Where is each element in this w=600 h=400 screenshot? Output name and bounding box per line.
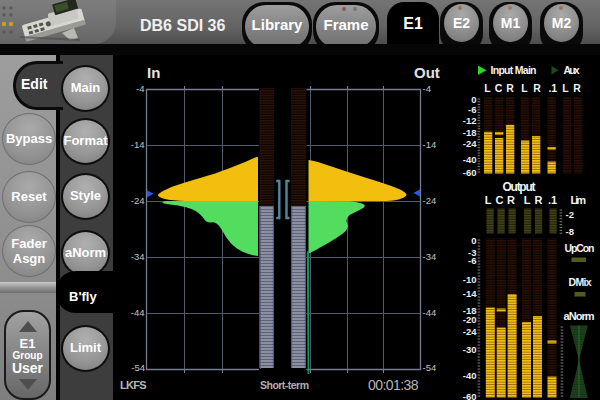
svg-text:R: R bbox=[573, 82, 581, 94]
svg-text:-18: -18 bbox=[463, 127, 477, 138]
svg-text:R: R bbox=[506, 82, 514, 94]
svg-text:-8: -8 bbox=[566, 226, 574, 237]
svg-text:-60: -60 bbox=[463, 391, 477, 400]
svg-text:C: C bbox=[495, 82, 503, 94]
svg-text:.1: .1 bbox=[548, 194, 557, 206]
svg-text:LKFS: LKFS bbox=[120, 379, 147, 391]
svg-text:-4: -4 bbox=[136, 83, 144, 94]
svg-text:-6: -6 bbox=[468, 255, 476, 266]
svg-text:-4: -4 bbox=[423, 83, 431, 94]
svg-text:-34: -34 bbox=[423, 251, 437, 262]
svg-text:Out: Out bbox=[414, 64, 440, 81]
svg-text:-54: -54 bbox=[423, 362, 437, 373]
svg-text:L: L bbox=[524, 194, 531, 206]
svg-text:L: L bbox=[485, 194, 492, 206]
svg-text:-44: -44 bbox=[423, 307, 437, 318]
svg-text:-24: -24 bbox=[423, 195, 437, 206]
svg-text:R: R bbox=[533, 82, 541, 94]
svg-text:In: In bbox=[147, 64, 160, 81]
svg-text:-24: -24 bbox=[131, 195, 145, 206]
svg-text:-24: -24 bbox=[463, 326, 477, 337]
svg-text:-6: -6 bbox=[468, 104, 476, 115]
svg-text:-44: -44 bbox=[131, 307, 145, 318]
svg-text:-30: -30 bbox=[463, 344, 477, 355]
svg-text:-40: -40 bbox=[463, 154, 477, 165]
svg-text:L: L bbox=[562, 82, 569, 94]
svg-text:C: C bbox=[496, 194, 504, 206]
svg-text:Short-term: Short-term bbox=[260, 379, 309, 391]
svg-text:UpCon: UpCon bbox=[565, 242, 595, 254]
svg-text:Lim: Lim bbox=[571, 194, 587, 206]
svg-text:aNorm: aNorm bbox=[564, 310, 595, 322]
svg-text:-2: -2 bbox=[566, 209, 574, 220]
svg-text:0: 0 bbox=[471, 235, 476, 246]
svg-text:Input Main: Input Main bbox=[491, 64, 537, 76]
svg-text:-24: -24 bbox=[463, 138, 477, 149]
svg-text:-20: -20 bbox=[463, 314, 477, 325]
svg-text:-14: -14 bbox=[463, 288, 477, 299]
svg-text:L: L bbox=[521, 82, 528, 94]
svg-text:00:01:38: 00:01:38 bbox=[368, 377, 419, 393]
svg-text:Aux: Aux bbox=[564, 64, 580, 76]
svg-text:R: R bbox=[535, 194, 543, 206]
svg-text:-12: -12 bbox=[463, 115, 477, 126]
svg-text:-10: -10 bbox=[463, 274, 477, 285]
svg-text:-14: -14 bbox=[423, 139, 437, 150]
svg-text:-40: -40 bbox=[463, 370, 477, 381]
svg-text:-14: -14 bbox=[131, 139, 145, 150]
svg-text:-54: -54 bbox=[131, 362, 145, 373]
svg-text:R: R bbox=[507, 194, 515, 206]
svg-text:Output: Output bbox=[503, 180, 536, 194]
svg-text:-60: -60 bbox=[463, 167, 477, 178]
svg-text:-34: -34 bbox=[131, 251, 145, 262]
svg-text:.1: .1 bbox=[548, 82, 557, 94]
svg-text:L: L bbox=[484, 82, 491, 94]
svg-text:DMix: DMix bbox=[569, 276, 592, 288]
